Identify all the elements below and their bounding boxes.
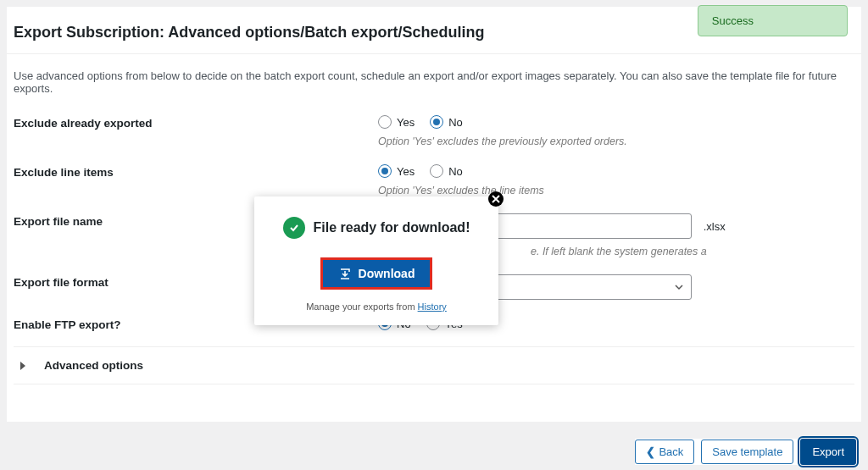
history-link[interactable]: History (418, 301, 447, 312)
chevron-left-icon: ❮ (646, 445, 655, 458)
radio-icon (378, 164, 392, 178)
download-icon (338, 267, 352, 280)
radio-label: No (448, 165, 463, 178)
export-button[interactable]: Export (800, 439, 856, 465)
download-modal: File ready for download! Download Manage… (254, 196, 498, 325)
footer-actions: ❮ Back Save template Export (635, 439, 856, 465)
page-description: Use advanced options from below to decid… (7, 54, 861, 103)
toast-text: Success (712, 14, 754, 27)
success-toast: Success (698, 5, 848, 36)
save-template-label: Save template (712, 445, 782, 458)
modal-header: File ready for download! (268, 217, 485, 239)
modal-title: File ready for download! (314, 220, 470, 235)
radio-group-exclude-line-items: Yes No (378, 164, 854, 178)
back-button[interactable]: ❮ Back (635, 440, 694, 464)
close-button[interactable] (488, 191, 504, 207)
radio-icon (378, 115, 392, 129)
radio-exclude-exported-no[interactable]: No (430, 115, 463, 129)
manage-exports-text: Manage your exports from History (268, 301, 485, 312)
download-button[interactable]: Download (320, 257, 433, 290)
label-exclude-line-items: Exclude line items (14, 164, 378, 196)
manage-prefix: Manage your exports from (306, 301, 417, 312)
advanced-options-label: Advanced options (34, 359, 143, 372)
label-exclude-exported: Exclude already exported (14, 115, 378, 147)
back-label: Back (659, 445, 683, 458)
row-exclude-line-items: Exclude line items Yes No Option 'Yes' e… (14, 152, 854, 202)
radio-exclude-line-items-yes[interactable]: Yes (378, 164, 415, 178)
radio-exclude-exported-yes[interactable]: Yes (378, 115, 415, 129)
close-icon (492, 195, 500, 203)
advanced-options-toggle[interactable]: Advanced options (14, 346, 854, 384)
radio-icon (430, 164, 443, 178)
field-exclude-exported: Yes No Option 'Yes' excludes the previou… (378, 115, 854, 147)
radio-icon (430, 115, 443, 129)
file-extension: .xlsx (704, 220, 726, 233)
check-circle-icon (283, 217, 305, 239)
hint-exclude-line-items: Option 'Yes' excludes the line items (378, 185, 854, 196)
hint-exclude-exported: Option 'Yes' excludes the previously exp… (378, 135, 854, 147)
radio-label: No (448, 116, 463, 129)
row-exclude-exported: Exclude already exported Yes No Option '… (14, 103, 854, 152)
triangle-right-icon (20, 362, 25, 370)
radio-group-exclude-exported: Yes No (378, 115, 854, 129)
save-template-button[interactable]: Save template (701, 440, 793, 464)
radio-exclude-line-items-no[interactable]: No (430, 164, 463, 178)
radio-label: Yes (397, 165, 415, 178)
field-exclude-line-items: Yes No Option 'Yes' excludes the line it… (378, 164, 854, 196)
chevron-down-icon (674, 282, 684, 292)
download-label: Download (359, 267, 415, 280)
export-label: Export (812, 445, 844, 458)
radio-label: Yes (397, 116, 415, 129)
